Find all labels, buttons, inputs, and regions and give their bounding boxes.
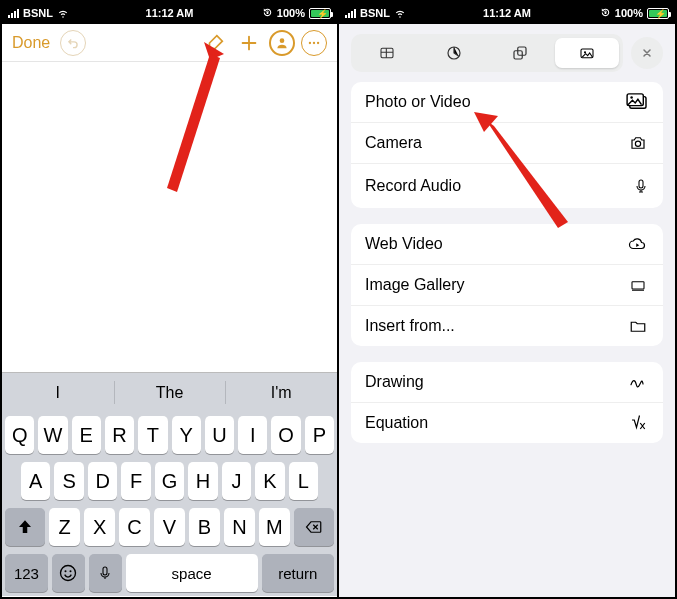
phone-right: BSNL 11:12 AM 100% ⚡ bbox=[339, 2, 675, 597]
orientation-lock-icon bbox=[600, 7, 611, 20]
mic-icon bbox=[633, 175, 649, 197]
key-j[interactable]: J bbox=[222, 462, 251, 500]
menu-label: Image Gallery bbox=[365, 276, 465, 294]
key-x[interactable]: X bbox=[84, 508, 115, 546]
wifi-icon bbox=[394, 7, 406, 19]
key-b[interactable]: B bbox=[189, 508, 220, 546]
menu-item-camera[interactable]: Camera bbox=[351, 122, 663, 163]
phone-left: BSNL 11:12 AM 100% ⚡ Done bbox=[2, 2, 339, 597]
menu-label: Equation bbox=[365, 414, 428, 432]
key-p[interactable]: P bbox=[305, 416, 334, 454]
key-w[interactable]: W bbox=[38, 416, 67, 454]
seg-chart-icon[interactable] bbox=[422, 38, 487, 68]
key-g[interactable]: G bbox=[155, 462, 184, 500]
key-t[interactable]: T bbox=[138, 416, 167, 454]
equation-icon bbox=[627, 414, 649, 432]
svg-rect-11 bbox=[604, 11, 606, 13]
key-f[interactable]: F bbox=[121, 462, 150, 500]
svg-point-4 bbox=[317, 41, 319, 43]
key-k[interactable]: K bbox=[255, 462, 284, 500]
svg-point-21 bbox=[635, 141, 640, 146]
signal-icon bbox=[345, 9, 356, 18]
key-return[interactable]: return bbox=[262, 554, 334, 592]
key-v[interactable]: V bbox=[154, 508, 185, 546]
gallery-icon bbox=[627, 277, 649, 293]
cloud-play-icon bbox=[625, 235, 649, 253]
more-button[interactable] bbox=[301, 30, 327, 56]
svg-rect-0 bbox=[266, 11, 268, 13]
svg-point-5 bbox=[61, 566, 76, 581]
svg-rect-12 bbox=[381, 48, 393, 57]
undo-button[interactable] bbox=[60, 30, 86, 56]
note-body[interactable] bbox=[2, 62, 337, 372]
signal-icon bbox=[8, 9, 19, 18]
wifi-icon bbox=[57, 7, 69, 19]
menu-label: Web Video bbox=[365, 235, 443, 253]
menu-item-drawing[interactable]: Drawing bbox=[351, 362, 663, 402]
menu-item-image-gallery[interactable]: Image Gallery bbox=[351, 264, 663, 305]
menu-label: Drawing bbox=[365, 373, 424, 391]
menu-label: Record Audio bbox=[365, 177, 461, 195]
battery-label: 100% bbox=[615, 7, 643, 19]
menu-item-insert-from[interactable]: Insert from... bbox=[351, 305, 663, 346]
orientation-lock-icon bbox=[262, 7, 273, 20]
key-mic[interactable] bbox=[89, 554, 122, 592]
key-r[interactable]: R bbox=[105, 416, 134, 454]
key-e[interactable]: E bbox=[72, 416, 101, 454]
battery-label: 100% bbox=[277, 7, 305, 19]
svg-point-2 bbox=[309, 41, 311, 43]
menu-label: Camera bbox=[365, 134, 422, 152]
keyboard: Q W E R T Y U I O P A S D F G H J K L Z bbox=[2, 412, 337, 596]
key-n[interactable]: N bbox=[224, 508, 255, 546]
keyboard-suggestions: I The I'm bbox=[2, 372, 337, 412]
key-o[interactable]: O bbox=[271, 416, 300, 454]
suggestion-3[interactable]: I'm bbox=[225, 373, 337, 412]
key-s[interactable]: S bbox=[54, 462, 83, 500]
format-brush-icon[interactable] bbox=[201, 29, 229, 57]
menu-item-web-video[interactable]: Web Video bbox=[351, 224, 663, 264]
key-i[interactable]: I bbox=[238, 416, 267, 454]
key-q[interactable]: Q bbox=[5, 416, 34, 454]
status-bar: BSNL 11:12 AM 100% ⚡ bbox=[2, 2, 337, 24]
menu-item-photo-video[interactable]: Photo or Video bbox=[351, 82, 663, 122]
key-c[interactable]: C bbox=[119, 508, 150, 546]
key-d[interactable]: D bbox=[88, 462, 117, 500]
key-emoji[interactable] bbox=[52, 554, 85, 592]
suggestion-1[interactable]: I bbox=[2, 373, 114, 412]
folder-icon bbox=[627, 317, 649, 335]
key-h[interactable]: H bbox=[188, 462, 217, 500]
svg-point-20 bbox=[630, 96, 633, 99]
key-a[interactable]: A bbox=[21, 462, 50, 500]
carrier-label: BSNL bbox=[360, 7, 390, 19]
status-bar-right: BSNL 11:12 AM 100% ⚡ bbox=[339, 2, 675, 24]
suggestion-2[interactable]: The bbox=[114, 373, 226, 412]
carrier-label: BSNL bbox=[23, 7, 53, 19]
done-button[interactable]: Done bbox=[12, 34, 50, 52]
key-z[interactable]: Z bbox=[49, 508, 80, 546]
battery-icon: ⚡ bbox=[647, 8, 669, 19]
svg-point-3 bbox=[313, 41, 315, 43]
scribble-icon bbox=[625, 374, 649, 390]
add-button[interactable] bbox=[235, 29, 263, 57]
key-backspace[interactable] bbox=[294, 508, 334, 546]
menu-item-equation[interactable]: Equation bbox=[351, 402, 663, 443]
key-u[interactable]: U bbox=[205, 416, 234, 454]
key-space[interactable]: space bbox=[126, 554, 258, 592]
camera-icon bbox=[627, 134, 649, 152]
key-shift[interactable] bbox=[5, 508, 45, 546]
close-button[interactable] bbox=[631, 37, 663, 69]
key-123[interactable]: 123 bbox=[5, 554, 48, 592]
profile-button[interactable] bbox=[269, 30, 295, 56]
seg-table-icon[interactable] bbox=[355, 38, 420, 68]
insert-segmented-bar bbox=[339, 24, 675, 82]
note-toolbar: Done bbox=[2, 24, 337, 62]
menu-label: Photo or Video bbox=[365, 93, 471, 111]
key-y[interactable]: Y bbox=[172, 416, 201, 454]
seg-shape-icon[interactable] bbox=[488, 38, 553, 68]
insert-menu: Photo or Video Camera Record Audio W bbox=[339, 82, 675, 597]
seg-media-icon[interactable] bbox=[555, 38, 620, 68]
svg-point-1 bbox=[280, 38, 285, 43]
key-m[interactable]: M bbox=[259, 508, 290, 546]
key-l[interactable]: L bbox=[289, 462, 318, 500]
menu-item-record-audio[interactable]: Record Audio bbox=[351, 163, 663, 208]
